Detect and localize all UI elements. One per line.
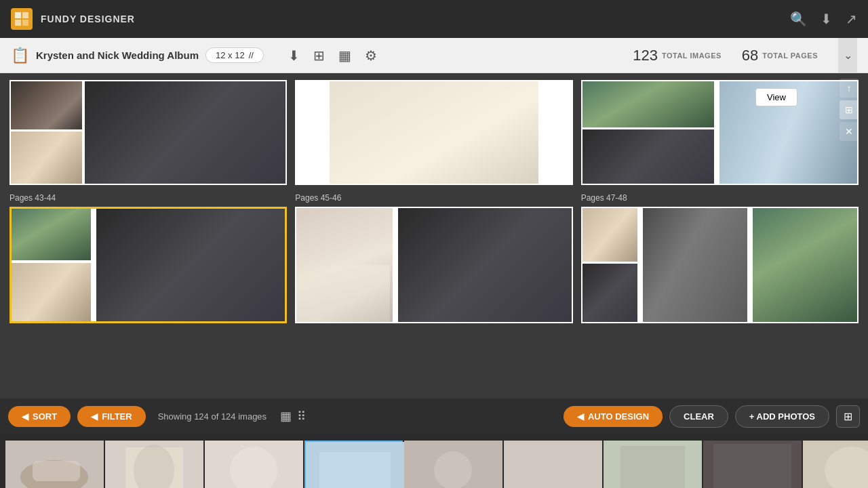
svg-rect-3 [22,20,28,26]
svg-rect-1 [22,12,28,18]
grid-view-button[interactable]: ⊞ [836,405,860,428]
photo-thumb-6[interactable]: ★★★★★ ♥ [504,441,602,488]
filmstrip-icon[interactable]: ▦ [280,409,292,424]
spread-content[interactable] [581,80,859,185]
auto-design-button[interactable]: ◀ AUTO DESIGN [564,406,663,427]
auto-design-arrow-icon: ◀ [577,411,584,422]
import-icon[interactable]: ⬇ [288,47,300,64]
photo-thumb-3[interactable]: ★★★★★ ♥ [205,441,303,488]
topbar-actions: 🔍 ⬇ ↗ [790,11,857,27]
spread-img [85,81,285,184]
page-spread-upper-mid [295,80,572,185]
svg-rect-18 [620,446,685,488]
page-spread-43-44: Pages 43-44 [9,193,287,323]
clear-button[interactable]: CLEAR [669,405,728,428]
view-button[interactable]: View [755,88,797,106]
layout-icon[interactable]: ⊞ [313,47,325,64]
album-grid-row2: Pages 43-44 Pages 45-46 Pages 47-48 [9,193,859,323]
spread-label-47-48: Pages 47-48 [581,193,859,203]
spread-img-bl [583,264,637,322]
album-icon: 📋 [11,47,29,64]
total-pages-label: TOTAL PAGES [762,52,818,60]
toolbar-stats: 123 TOTAL IMAGES 68 TOTAL PAGES ⌄ [633,38,857,73]
add-photos-button[interactable]: + ADD PHOTOS [735,405,829,428]
spread-img-tl [583,208,637,262]
page-spread-45-46: Pages 45-46 [295,193,572,323]
filter-arrow-icon: ◀ [91,411,98,422]
total-images-count: 123 [633,47,658,64]
size-suffix: // [249,50,254,60]
view-mode-icons: ▦ ⠿ [280,409,306,424]
search-icon[interactable]: 🔍 [790,11,807,27]
total-images-label: TOTAL IMAGES [662,52,722,60]
side-panel-arrow-btn[interactable]: ↑ [840,79,859,98]
filter-button[interactable]: ◀ FILTER [77,406,146,427]
size-badge[interactable]: 12 x 12 // [205,47,264,63]
album-area: Pages 43-44 Pages 45-46 Pages 47-48 [0,73,868,399]
spread-img [11,81,82,129]
app-name: FUNDY DESIGNER [41,14,135,24]
spread-img [11,131,82,184]
page-spread-47-48: Pages 47-48 [581,193,859,323]
photo-thumb-9[interactable]: ★★★★★ ♥ [803,441,868,488]
total-pages-stat: 68 TOTAL PAGES [742,47,818,64]
total-pages-count: 68 [742,47,758,64]
toolbar-icons: ⬇ ⊞ ▦ ⚙ [288,47,377,64]
spread-label-45-46: Pages 45-46 [295,193,572,203]
total-images-stat: 123 TOTAL IMAGES [633,47,722,64]
project-info: 📋 Krysten and Nick Wedding Album 12 x 12… [11,47,264,64]
page-spread-upper-right [581,80,859,185]
svg-point-15 [434,451,472,488]
photo-thumb-2[interactable]: ★★★★★ ♥ [105,441,203,488]
photo-thumb-7[interactable]: ★★★★★ ♥ [604,441,702,488]
download-icon[interactable]: ⬇ [821,11,832,27]
spread-content-47-48[interactable] [581,207,859,323]
spread-label-43-44: Pages 43-44 [9,193,287,203]
sort-button[interactable]: ◀ SORT [8,406,71,427]
auto-design-label: AUTO DESIGN [588,411,649,422]
spread-img-main [96,209,285,321]
spread-img-bl [12,263,91,321]
main-toolbar: 📋 Krysten and Nick Wedding Album 12 x 12… [0,38,868,73]
spread-img-right [398,208,571,322]
filter-label: FILTER [102,411,132,422]
svg-rect-13 [319,452,391,488]
svg-rect-20 [713,444,791,488]
scroll-down-btn[interactable]: ⌄ [838,38,857,73]
side-panel-grid-btn[interactable]: ⊞ [840,100,859,119]
spread-img-tl [12,209,91,260]
project-name: Krysten and Nick Wedding Album [36,49,199,61]
photo-thumb-8[interactable]: ★★★★★ ♥ [703,441,802,488]
photo-thumb-5[interactable]: ★★★★★ ♥ [404,441,502,488]
template-icon[interactable]: ▦ [338,47,351,64]
photos-strip: ★ ★ ★ ★ ★ ♥ ★★★★★ ♥ ★★★★★ [0,434,868,488]
svg-rect-0 [15,12,21,18]
svg-rect-16 [504,441,602,488]
side-panel: ↑ ⊞ ✕ [840,79,859,141]
side-panel-close-btn[interactable]: ✕ [840,122,859,141]
spread-img [330,81,538,184]
page-spread-upper-left [9,80,287,185]
app-logo [11,8,33,30]
spread-img-small [296,265,390,322]
spread-img-mid [643,208,747,322]
svg-rect-6 [33,461,80,481]
photo-thumb-4[interactable]: ★★★★★ ♥ [304,441,403,488]
spread-content[interactable] [9,80,287,185]
size-value: 12 x 12 [216,50,245,60]
export-icon[interactable]: ↗ [846,11,857,27]
sort-arrow-icon: ◀ [22,411,28,422]
svg-rect-2 [15,20,21,26]
sort-label: SORT [33,411,57,422]
topbar: FUNDY DESIGNER 🔍 ⬇ ↗ [0,0,868,38]
spread-content[interactable] [295,80,572,185]
bottom-toolbar: ◀ SORT ◀ FILTER Showing 124 of 124 image… [0,399,868,434]
showing-count-text: Showing 124 of 124 images [158,411,267,422]
spread-img-r [753,208,857,322]
grid-dots-icon[interactable]: ⠿ [297,409,306,424]
settings-icon[interactable]: ⚙ [365,47,377,64]
photo-thumb-1[interactable]: ★ ★ ★ ★ ★ ♥ [5,441,104,488]
album-scroll[interactable]: Pages 43-44 Pages 45-46 Pages 47-48 [0,73,868,399]
spread-content-45-46[interactable] [295,207,572,323]
spread-content-selected[interactable] [9,207,287,323]
